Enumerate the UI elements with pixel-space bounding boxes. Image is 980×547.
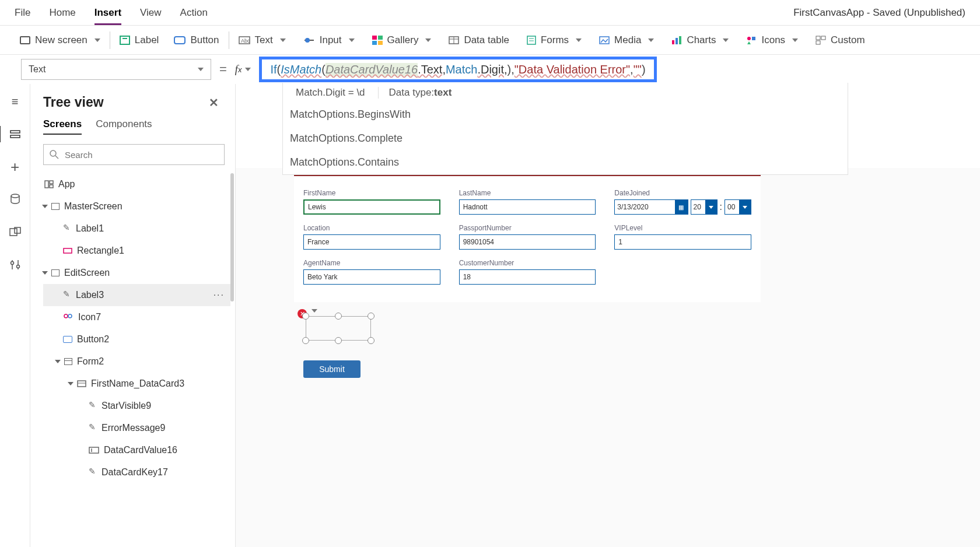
tree-item-datacard[interactable]: FirstName_DataCard3 <box>43 373 230 395</box>
suggestion-option[interactable]: MatchOptions.Contains <box>283 150 848 174</box>
tree-item-label3[interactable]: Label3 ··· <box>43 284 230 306</box>
chevron-down-icon <box>792 38 798 42</box>
add-icon[interactable]: + <box>8 161 22 173</box>
menu-view[interactable]: View <box>140 7 162 19</box>
custom-icon <box>816 36 826 45</box>
insert-ribbon: New screen Label Button Abc Text Input <box>0 26 980 55</box>
custom-dropdown[interactable]: Custom <box>816 34 865 46</box>
suggestion-option[interactable]: MatchOptions.BeginsWith <box>283 103 848 127</box>
hamburger-icon[interactable]: ≡ <box>8 96 22 107</box>
tree-item-starvisible[interactable]: StarVisible9 <box>43 395 230 417</box>
tree-view-icon[interactable] <box>8 128 22 140</box>
icons-dropdown[interactable]: Icons <box>746 34 798 46</box>
chevron-down-icon <box>576 38 582 42</box>
svg-rect-2 <box>174 37 185 44</box>
tree-search[interactable] <box>43 144 225 165</box>
data-table-button[interactable]: Data table <box>449 34 509 46</box>
field-location: Location <box>303 224 440 250</box>
screen-icon <box>51 203 60 210</box>
minute-select[interactable]: 00 <box>724 199 751 215</box>
forms-dropdown[interactable]: Forms <box>527 34 582 46</box>
expand-toggle-icon[interactable] <box>42 205 48 208</box>
resize-handle[interactable] <box>335 313 342 320</box>
tree-item-app[interactable]: App <box>43 173 230 195</box>
svg-point-29 <box>11 194 19 198</box>
search-input[interactable] <box>64 149 218 160</box>
svg-point-42 <box>64 314 68 318</box>
button-button[interactable]: Button <box>174 34 219 46</box>
suggestion-option[interactable]: MatchOptions.Complete <box>283 127 848 150</box>
card-icon <box>77 380 86 387</box>
chevron-down-icon <box>94 38 100 42</box>
data-icon[interactable] <box>8 194 22 205</box>
tree-item-editscreen[interactable]: EditScreen <box>43 262 230 284</box>
tree-scrollbar[interactable] <box>230 173 234 301</box>
calendar-icon[interactable]: ▦ <box>675 200 688 214</box>
table-icon <box>449 36 459 44</box>
media-dropdown[interactable]: Media <box>599 34 654 46</box>
tab-components[interactable]: Components <box>96 118 152 135</box>
button-icon <box>174 36 186 44</box>
label-button[interactable]: Label <box>120 34 159 46</box>
tree-item-masterscreen[interactable]: MasterScreen <box>43 195 230 218</box>
field-datejoined: DateJoined 3/13/2020▦ 20 : 00 <box>614 189 751 215</box>
resize-handle[interactable] <box>368 337 374 344</box>
expand-toggle-icon[interactable] <box>42 271 48 275</box>
media-icon <box>599 36 610 44</box>
formula-input[interactable]: If(IsMatch(DataCardValue16.Text, Match.D… <box>259 57 656 82</box>
chevron-down-icon <box>198 68 204 71</box>
input-icon <box>303 36 315 44</box>
new-screen-label: New screen <box>35 34 88 46</box>
tree-item-icon7[interactable]: Icon7 <box>43 306 230 328</box>
tab-screens[interactable]: Screens <box>43 118 82 135</box>
lastname-input[interactable] <box>459 199 596 215</box>
menu-home[interactable]: Home <box>49 7 75 19</box>
chevron-down-icon[interactable] <box>312 309 317 313</box>
label-icon <box>120 36 130 45</box>
text-dropdown[interactable]: Abc Text <box>239 34 286 46</box>
gallery-dropdown[interactable]: Gallery <box>372 34 432 46</box>
more-icon[interactable]: ··· <box>214 290 225 300</box>
expand-toggle-icon[interactable] <box>55 360 61 363</box>
menu-file[interactable]: File <box>15 7 30 19</box>
screen-icon <box>51 269 60 276</box>
media-panel-icon[interactable] <box>8 226 22 238</box>
firstname-input[interactable] <box>303 199 440 215</box>
tree-item-label1[interactable]: Label1 <box>43 218 230 240</box>
vip-input[interactable] <box>614 234 751 250</box>
charts-dropdown[interactable]: Charts <box>671 34 729 46</box>
tree-item-datacardvalue[interactable]: DataCardValue16 <box>43 439 230 461</box>
svg-point-6 <box>305 38 310 43</box>
customer-input[interactable] <box>459 269 596 285</box>
svg-rect-30 <box>10 229 17 236</box>
text-icon: Abc <box>239 36 250 44</box>
advanced-tools-icon[interactable] <box>8 259 22 271</box>
tree-item-datacardkey[interactable]: DataCardKey17 <box>43 461 230 483</box>
fx-button[interactable]: fx <box>235 64 251 76</box>
resize-handle[interactable] <box>368 313 374 320</box>
svg-point-43 <box>68 314 72 318</box>
svg-rect-46 <box>89 447 99 453</box>
resize-handle[interactable] <box>335 337 342 344</box>
agent-input[interactable] <box>303 269 440 285</box>
tree-item-rectangle1[interactable]: Rectangle1 <box>43 240 230 262</box>
submit-button[interactable]: Submit <box>303 360 360 378</box>
expand-toggle-icon[interactable] <box>68 382 74 385</box>
menu-action[interactable]: Action <box>180 7 208 19</box>
new-screen-button[interactable]: New screen <box>20 34 100 46</box>
close-icon[interactable]: ✕ <box>209 96 219 110</box>
resize-handle[interactable] <box>302 313 309 320</box>
location-input[interactable] <box>303 234 440 250</box>
input-dropdown[interactable]: Input <box>303 34 355 46</box>
tree-item-button2[interactable]: Button2 <box>43 328 230 350</box>
menu-insert[interactable]: Insert <box>94 7 121 19</box>
passport-input[interactable] <box>459 234 596 250</box>
property-selector[interactable]: Text <box>21 59 211 80</box>
selected-label-control[interactable]: ✕ <box>303 314 373 343</box>
chevron-down-icon <box>648 38 654 42</box>
date-input[interactable]: 3/13/2020▦ <box>614 199 688 215</box>
hour-select[interactable]: 20 <box>691 199 718 215</box>
tree-item-form2[interactable]: Form2 <box>43 350 230 373</box>
tree-item-errormessage[interactable]: ErrorMessage9 <box>43 417 230 439</box>
resize-handle[interactable] <box>302 337 309 344</box>
